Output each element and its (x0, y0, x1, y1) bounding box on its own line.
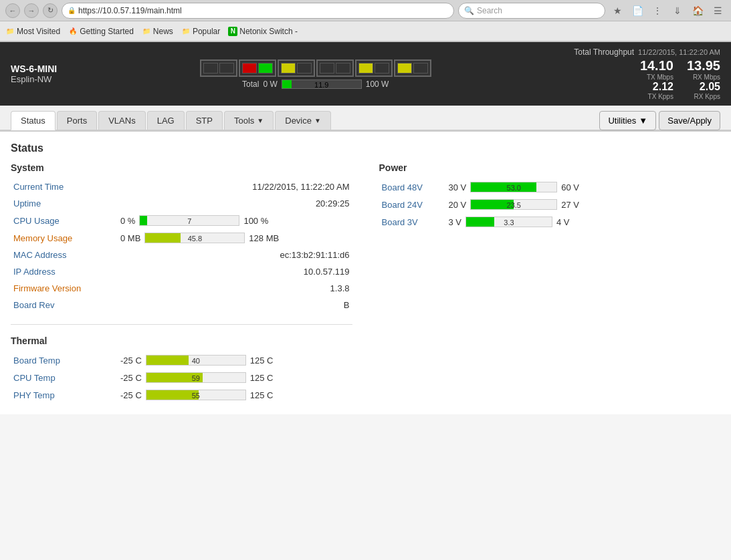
bookmark-most-visited[interactable]: 📁 Most Visited (5, 27, 60, 36)
ip-value: 10.0.57.119 (118, 263, 352, 280)
forward-button[interactable]: → (24, 3, 39, 18)
news-icon: 📁 (142, 27, 151, 36)
memory-bar-fill (145, 233, 181, 243)
memory-bar-right: 128 MB (249, 233, 279, 243)
table-row: CPU Temp -25 C 59 125 C (11, 369, 352, 386)
memory-bar-label: 45.8 (188, 233, 202, 244)
port-group-4 (316, 59, 354, 77)
two-col-layout: System Current Time 11/22/2015, 11:22:20… (11, 162, 720, 404)
bookmark-popular[interactable]: 📁 Popular (181, 27, 220, 36)
cpu-usage-bar-cell: 0 % 7 100 % (118, 212, 352, 229)
port-group-1 (200, 59, 237, 77)
board3v-bar-outer: 3.3 (465, 217, 552, 227)
board3v-right: 4 V (556, 217, 570, 227)
reading-list-button[interactable]: 📄 (629, 3, 645, 19)
system-table: Current Time 11/22/2015, 11:22:20 AM Upt… (11, 178, 352, 313)
news-label: News (153, 27, 173, 36)
tab-status[interactable]: Status (11, 111, 56, 130)
menu-button[interactable]: ☰ (710, 3, 726, 19)
save-apply-button[interactable]: Save/Apply (659, 111, 720, 130)
cpu-bar-right: 100 % (243, 216, 268, 226)
led-12 (413, 63, 428, 74)
address-bar[interactable]: 🔒 https://10.0.57.119/main.html (62, 3, 454, 19)
board24v-right: 27 V (561, 200, 579, 210)
board3v-label: Board 3V (379, 213, 446, 231)
port-group-5 (355, 59, 393, 77)
board48v-bar-outer: 53.0 (470, 182, 557, 192)
board-temp-label-val: 40 (192, 356, 200, 366)
phy-temp-left: -25 C (120, 390, 142, 400)
led-3 (242, 63, 257, 74)
content-area: Status System Current Time 11/22/2015, 1… (0, 132, 731, 414)
board48v-fill (471, 182, 536, 192)
tab-stp[interactable]: STP (186, 111, 223, 130)
tab-vlans[interactable]: VLANs (98, 111, 145, 130)
total-power-bar: 11.9 (282, 80, 362, 89)
utilities-button[interactable]: Utilities ▼ (599, 111, 656, 130)
back-button[interactable]: ← (5, 3, 20, 18)
board24v-val: 23.5 (507, 200, 521, 211)
firmware-label: Firmware Version (11, 280, 118, 297)
total-power-fill (282, 80, 292, 88)
browser-titlebar: ← → ↻ 🔒 https://10.0.57.119/main.html 🔍 … (0, 0, 731, 21)
throughput-time: 11/22/2015, 11:22:20 AM (638, 48, 720, 56)
tab-lag[interactable]: LAG (147, 111, 185, 130)
board24v-bar-wrap: 20 V 23.5 27 V (449, 199, 718, 210)
led-9 (358, 63, 373, 74)
device-caret-icon: ▼ (314, 117, 321, 124)
search-bar[interactable]: 🔍 Search (458, 3, 605, 19)
pocket-button[interactable]: ⋮ (649, 3, 665, 19)
throughput-label: Total Throughput (574, 47, 634, 57)
led-4 (258, 63, 273, 74)
search-icon: 🔍 (464, 6, 474, 15)
board-temp-fill (146, 356, 189, 365)
phy-temp-label: PHY Temp (11, 386, 118, 404)
board-temp-right: 125 C (250, 356, 274, 366)
bookmark-news[interactable]: 📁 News (142, 27, 173, 36)
cpu-temp-left: -25 C (120, 373, 142, 383)
system-title: System (11, 162, 352, 173)
current-time-label: Current Time (11, 178, 118, 195)
table-row: Current Time 11/22/2015, 11:22:20 AM (11, 178, 352, 195)
phy-temp-bar-wrap: -25 C 55 125 C (120, 390, 350, 400)
download-button[interactable]: ⇓ (669, 3, 686, 19)
bookmark-netonix[interactable]: N Netonix Switch - (228, 27, 298, 36)
rx-mbps-value: 13.95 (687, 58, 720, 74)
phy-temp-fill (146, 390, 199, 400)
tab-tools[interactable]: Tools ▼ (224, 111, 274, 130)
cpu-bar-left: 0 % (120, 216, 135, 226)
board24v-label: Board 24V (379, 196, 446, 213)
table-row: Firmware Version 1.3.8 (11, 280, 352, 297)
port-leds: Total 0 W 11.9 100 W (200, 59, 431, 89)
memory-bar-wrap: 0 MB 45.8 128 MB (120, 233, 350, 243)
tab-device[interactable]: Device ▼ (275, 111, 331, 130)
mac-label: MAC Address (11, 247, 118, 263)
cpu-bar-label: 7 (187, 216, 191, 227)
home-button[interactable]: 🏠 (690, 3, 706, 19)
throughput-section: Total Throughput 11/22/2015, 11:22:20 AM… (574, 47, 720, 100)
board3v-left: 3 V (449, 217, 462, 227)
tools-caret-icon: ▼ (257, 117, 264, 124)
thermal-section: Thermal Board Temp -25 C (11, 335, 352, 404)
phy-temp-bar-cell: -25 C 55 125 C (118, 386, 352, 404)
thermal-table: Board Temp -25 C 40 125 C (11, 352, 352, 404)
netonix-icon: N (228, 27, 237, 36)
memory-bar-left: 0 MB (120, 233, 140, 243)
table-row: Uptime 20:29:25 (11, 195, 352, 212)
star-button[interactable]: ★ (609, 3, 625, 19)
thermal-title: Thermal (11, 335, 352, 346)
most-visited-icon: 📁 (5, 27, 15, 36)
col-left: System Current Time 11/22/2015, 11:22:20… (11, 162, 352, 404)
led-1 (203, 63, 218, 74)
ip-label: IP Address (11, 263, 118, 280)
board3v-bar-cell: 3 V 3.3 4 V (446, 213, 721, 231)
refresh-button[interactable]: ↻ (43, 3, 58, 18)
table-row: Memory Usage 0 MB 45.8 128 MB (11, 229, 352, 247)
device-name: WS-6-MINI (11, 63, 57, 74)
led-7 (320, 63, 334, 74)
tab-ports[interactable]: Ports (57, 111, 97, 130)
popular-label: Popular (193, 27, 220, 36)
board-temp-bar-cell: -25 C 40 125 C (118, 352, 352, 369)
divider (11, 324, 352, 325)
bookmark-getting-started[interactable]: 🔥 Getting Started (68, 27, 134, 36)
